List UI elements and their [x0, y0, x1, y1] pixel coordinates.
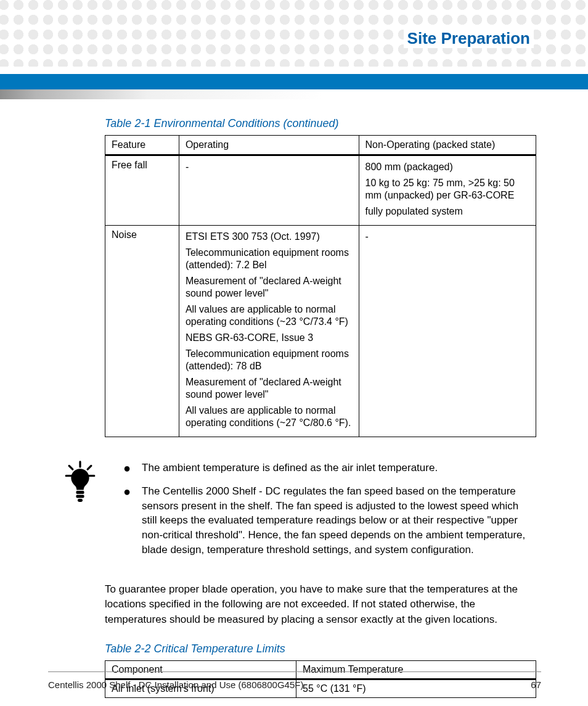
table-row: Noise ETSI ETS 300 753 (Oct. 1997) Telec… — [105, 226, 536, 437]
table-header-row: Feature Operating Non-Operating (packed … — [105, 136, 536, 155]
page: Site Preparation Table 2-1 Environmental… — [0, 0, 588, 706]
th-max-temp: Maximum Temperature — [296, 660, 536, 679]
svg-rect-6 — [76, 495, 84, 498]
bullet-icon: ● — [123, 485, 131, 557]
svg-line-1 — [69, 466, 73, 469]
th-component: Component — [105, 660, 296, 679]
table-2-1-caption: Table 2-1 Environmental Conditions (cont… — [105, 117, 536, 130]
page-footer: Centellis 2000 Shelf - DC Installation a… — [48, 679, 541, 690]
cell-non-operating: - — [359, 226, 536, 437]
svg-rect-5 — [76, 491, 84, 494]
th-operating: Operating — [179, 136, 359, 155]
cell-feature: Free fall — [105, 155, 179, 226]
tip-block: ● The ambient temperature is defined as … — [105, 461, 536, 566]
cell-operating: - — [179, 155, 359, 226]
footer-doc-title: Centellis 2000 Shelf - DC Installation a… — [48, 679, 303, 690]
content-area: Table 2-1 Environmental Conditions (cont… — [105, 115, 536, 698]
lightbulb-icon — [62, 461, 99, 566]
bullet-text: The Centellis 2000 Shelf - DC regulates … — [142, 484, 536, 557]
bullet-icon: ● — [123, 462, 131, 475]
section-title: Site Preparation — [404, 29, 534, 48]
tip-bullet-list: ● The ambient temperature is defined as … — [123, 461, 536, 566]
bullet-text: The ambient temperature is defined as th… — [142, 461, 438, 475]
list-item: ● The ambient temperature is defined as … — [123, 461, 536, 475]
table-2-2-caption: Table 2-2 Critical Temperature Limits — [105, 642, 536, 655]
svg-rect-7 — [78, 499, 83, 502]
th-feature: Feature — [105, 136, 179, 155]
body-paragraph: To guarantee proper blade operation, you… — [105, 582, 536, 628]
table-2-1: Feature Operating Non-Operating (packed … — [105, 135, 536, 437]
list-item: ● The Centellis 2000 Shelf - DC regulate… — [123, 484, 536, 557]
cell-feature: Noise — [105, 226, 179, 437]
th-non-operating: Non-Operating (packed state) — [359, 136, 536, 155]
svg-line-2 — [88, 466, 91, 469]
table-header-row: Component Maximum Temperature — [105, 660, 536, 679]
cell-operating: ETSI ETS 300 753 (Oct. 1997) Telecommuni… — [179, 226, 359, 437]
table-row: Free fall - 800 mm (packaged) 10 kg to 2… — [105, 155, 536, 226]
header-blue-bar — [0, 74, 588, 89]
footer-page-number: 67 — [531, 679, 541, 690]
footer-rule — [48, 671, 541, 672]
cell-non-operating: 800 mm (packaged) 10 kg to 25 kg: 75 mm,… — [359, 155, 536, 226]
header-silver-bar — [0, 89, 588, 99]
